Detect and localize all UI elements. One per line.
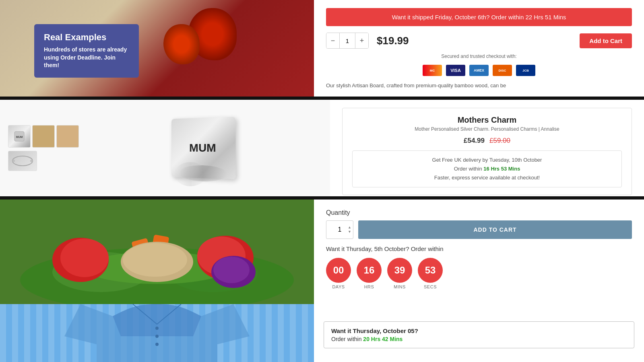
countdown-hrs-label: HRS bbox=[364, 284, 374, 289]
svg-point-19 bbox=[213, 257, 250, 283]
countdown-mins-circle: 39 bbox=[387, 258, 412, 283]
add-to-cart-button-top[interactable]: Add to Cart bbox=[580, 33, 632, 48]
delivery-line3: Faster, express service available at che… bbox=[359, 173, 615, 182]
svg-text:MUM: MUM bbox=[16, 136, 23, 138]
svg-point-11 bbox=[60, 239, 109, 277]
svg-point-3 bbox=[12, 160, 15, 162]
charm-thumb-photo2[interactable] bbox=[56, 125, 79, 148]
countdown-row: 00 DAYS 16 HRS 39 MINS 53 SECS bbox=[326, 258, 632, 289]
qty-up-arrow[interactable]: ▲ bbox=[348, 225, 351, 230]
payment-icons-row: MC VISA AMEX DISC JCB bbox=[326, 65, 632, 76]
delivery-line1: Get Free UK delivery by Tuesday, 10th Oc… bbox=[359, 156, 615, 165]
section3-food-image bbox=[0, 200, 314, 304]
section4-shirt-image bbox=[0, 304, 314, 362]
price-original: £59.00 bbox=[489, 137, 510, 145]
section-shirt: Want it Thursday, October 05? Order with… bbox=[0, 304, 644, 362]
delivery-line2: Order within 16 Hrs 53 Mins bbox=[359, 165, 615, 173]
quantity-control[interactable]: − + bbox=[326, 33, 369, 49]
thumb-top-row: MUM bbox=[8, 125, 79, 148]
section4-right-panel: Want it Thursday, October 05? Order with… bbox=[314, 304, 644, 362]
want-it-text: Want it Thursday, 5th October? Order wit… bbox=[326, 245, 632, 252]
secure-checkout-text: Secured and trusted checkout with: bbox=[326, 53, 632, 59]
want-it-heading: Want it Thursday, October 05? bbox=[331, 327, 627, 334]
section1-left-panel: Real Examples Hundreds of stores are alr… bbox=[0, 0, 314, 97]
charm-thumb-main[interactable]: MUM bbox=[8, 125, 31, 148]
countdown-days-label: DAYS bbox=[332, 284, 345, 289]
food-product-image bbox=[0, 200, 314, 304]
qty-arrows: ▲ ▼ bbox=[348, 225, 351, 234]
countdown-mins-label: MINS bbox=[394, 284, 406, 289]
charm-main-image: MUM bbox=[83, 108, 322, 188]
mothers-charm-product-card: Mothers Charm Mother Personalised Silver… bbox=[342, 108, 632, 195]
mothers-charm-subtitle: Mother Personalised Silver Charm. Person… bbox=[352, 126, 622, 132]
quantity-input[interactable] bbox=[339, 33, 355, 48]
quantity-label: Quantity bbox=[326, 209, 632, 216]
countdown-hrs: 16 HRS bbox=[357, 258, 382, 289]
jcb-icon: JCB bbox=[516, 65, 535, 76]
qty-down-arrow[interactable]: ▼ bbox=[348, 230, 351, 234]
countdown-days-circle: 00 bbox=[326, 258, 351, 283]
price-row: − + $19.99 Add to Cart bbox=[326, 33, 632, 49]
want-it-order-line: Order within 20 Hrs 42 Mins bbox=[331, 336, 627, 342]
food-quantity-box[interactable]: ▲ ▼ bbox=[326, 220, 353, 239]
delivery-info-box: Get Free UK delivery by Tuesday, 10th Oc… bbox=[352, 150, 622, 187]
divider-1 bbox=[0, 97, 644, 100]
want-it-delivery-box: Want it Thursday, October 05? Order with… bbox=[324, 321, 634, 348]
want-it-time: 20 Hrs 42 Mins bbox=[363, 336, 402, 342]
countdown-hrs-circle: 16 bbox=[357, 258, 382, 283]
qty-add-row: ▲ ▼ ADD TO CART bbox=[326, 220, 632, 239]
qty-increase-button[interactable]: + bbox=[355, 33, 368, 48]
charm-thumb-photo1[interactable] bbox=[32, 125, 55, 148]
mothers-charm-prices: £54.99 £59.00 bbox=[352, 137, 622, 145]
divider-2 bbox=[0, 196, 644, 200]
add-to-cart-button-big[interactable]: ADD TO CART bbox=[358, 220, 632, 239]
price-display: $19.99 bbox=[377, 35, 409, 47]
section2-right-panel: Mothers Charm Mother Personalised Silver… bbox=[330, 100, 644, 196]
section3-right-panel: Quantity ▲ ▼ ADD TO CART Want it Thursda… bbox=[314, 200, 644, 304]
svg-point-17 bbox=[123, 243, 187, 277]
charm-thumb-bracelet[interactable] bbox=[8, 151, 37, 171]
real-examples-overlay: Real Examples Hundreds of stores are alr… bbox=[34, 24, 139, 78]
amex-icon: AMEX bbox=[469, 65, 489, 76]
delivery-time: 16 Hrs 53 Mins bbox=[483, 166, 520, 172]
countdown-days: 00 DAYS bbox=[326, 258, 351, 289]
countdown-secs-circle: 53 bbox=[418, 258, 443, 283]
section2-left-panel: MUM MUM bbox=[0, 100, 330, 196]
real-examples-body: Hundreds of stores are already using Ord… bbox=[44, 46, 129, 70]
svg-point-4 bbox=[30, 160, 33, 162]
mothers-charm-title: Mothers Charm bbox=[352, 115, 622, 125]
visa-icon: VISA bbox=[446, 65, 465, 76]
price-current: £54.99 bbox=[464, 137, 485, 145]
shipping-banner: Want it shipped Friday, October 6th? Ord… bbox=[326, 8, 632, 26]
charm-visual: MUM bbox=[150, 108, 255, 188]
charm-thumbnails: MUM bbox=[8, 125, 79, 171]
svg-point-2 bbox=[12, 156, 33, 166]
discover-icon: DISC bbox=[493, 65, 512, 76]
section1-right-panel: Want it shipped Friday, October 6th? Ord… bbox=[314, 0, 644, 97]
real-examples-title: Real Examples bbox=[44, 32, 129, 43]
countdown-secs: 53 SECS bbox=[418, 258, 443, 289]
countdown-mins: 39 MINS bbox=[387, 258, 412, 289]
food-quantity-input[interactable] bbox=[332, 226, 347, 233]
section-food: Quantity ▲ ▼ ADD TO CART Want it Thursda… bbox=[0, 200, 644, 304]
mastercard-icon: MC bbox=[423, 65, 442, 76]
svg-point-25 bbox=[155, 343, 159, 346]
svg-point-24 bbox=[155, 335, 159, 338]
section-top: Real Examples Hundreds of stores are alr… bbox=[0, 0, 644, 97]
qty-decrease-button[interactable]: − bbox=[326, 33, 339, 48]
svg-point-23 bbox=[155, 327, 159, 330]
product-description: Our stylish Artisan Board, crafted from … bbox=[326, 82, 632, 88]
section-mothers-charm: MUM MUM bbox=[0, 100, 644, 196]
countdown-secs-label: SECS bbox=[424, 284, 437, 289]
